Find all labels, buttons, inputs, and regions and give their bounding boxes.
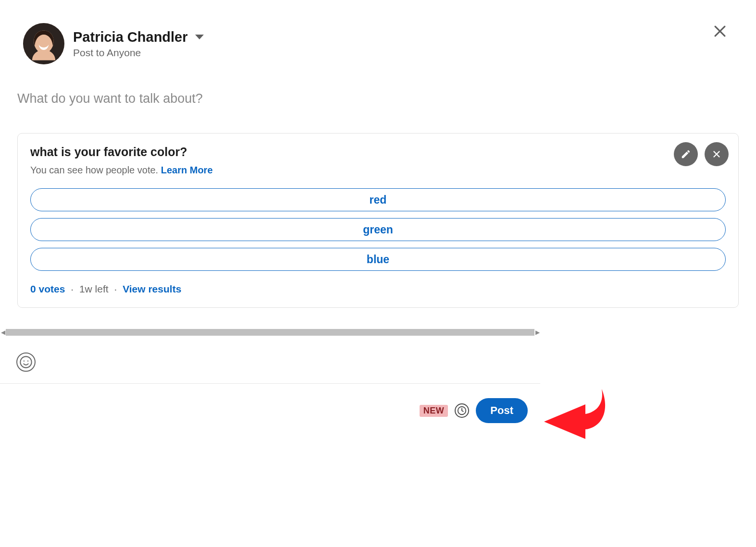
svg-point-5	[20, 356, 31, 367]
svg-point-7	[27, 361, 28, 362]
poll-time-left: 1w left	[79, 283, 109, 294]
remove-poll-button[interactable]	[705, 142, 729, 166]
poll-option[interactable]: red	[30, 188, 726, 211]
poll-question: what is your favorite color?	[30, 145, 726, 159]
avatar[interactable]	[23, 23, 64, 64]
scroll-left-arrow[interactable]: ◀	[0, 328, 6, 337]
user-name: Patricia Chandler	[73, 29, 188, 46]
poll-subtext-text: You can see how people vote.	[30, 165, 161, 175]
annotation-arrow-icon	[539, 384, 607, 442]
poll-option[interactable]: blue	[30, 248, 726, 271]
scrollbar-track[interactable]	[6, 329, 534, 336]
divider	[0, 383, 540, 384]
post-body-input[interactable]: What do you want to talk about?	[0, 64, 756, 111]
edit-poll-button[interactable]	[674, 142, 698, 166]
poll-option[interactable]: green	[30, 218, 726, 241]
learn-more-link[interactable]: Learn More	[161, 165, 213, 175]
visibility-selector[interactable]: Patricia Chandler	[73, 29, 204, 46]
post-author-header: Patricia Chandler Post to Anyone	[0, 0, 756, 64]
visibility-label: Post to Anyone	[73, 47, 204, 59]
view-results-link[interactable]: View results	[123, 283, 181, 294]
svg-point-6	[24, 361, 25, 362]
horizontal-scrollbar[interactable]: ◀ ▶	[0, 328, 540, 337]
schedule-button[interactable]	[455, 403, 469, 418]
new-badge: NEW	[420, 405, 448, 417]
composer-footer: NEW Post	[0, 394, 540, 427]
caret-down-icon	[195, 34, 204, 40]
poll-card: what is your favorite color? You can see…	[17, 133, 739, 308]
poll-subtext: You can see how people vote. Learn More	[30, 165, 726, 176]
emoji-button[interactable]	[16, 353, 36, 372]
votes-count[interactable]: 0 votes	[30, 283, 65, 294]
post-button[interactable]: Post	[476, 398, 528, 423]
scroll-right-arrow[interactable]: ▶	[534, 328, 540, 337]
close-button[interactable]	[709, 20, 731, 42]
poll-footer: 0 votes · 1w left · View results	[30, 283, 726, 295]
